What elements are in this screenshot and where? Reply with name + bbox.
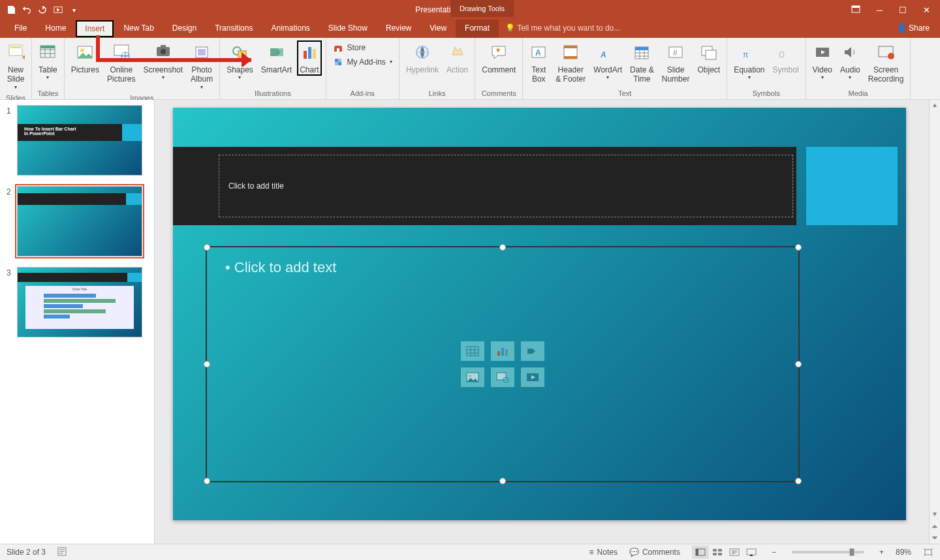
tell-me-field[interactable]: 💡 Tell me what you want to do... [499, 20, 886, 38]
audio-button[interactable]: Audio▾ [838, 40, 863, 82]
new-slide-button[interactable]: ✶New Slide▾ [4, 40, 27, 91]
store-button[interactable]: Store [330, 40, 395, 55]
zoom-level[interactable]: 89% [896, 548, 911, 557]
symbol-button[interactable]: ΩSymbol [770, 40, 802, 76]
ribbon-display-icon[interactable] [851, 5, 860, 15]
zoom-in-button[interactable]: + [879, 548, 884, 557]
svg-rect-56 [713, 553, 717, 555]
thumb-preview-1[interactable]: How To Insert Bar Chart In PowerPoint [17, 105, 142, 176]
slide-number-icon: # [666, 42, 685, 63]
scroll-up-icon[interactable]: ▲ [930, 100, 940, 108]
tab-slide-show[interactable]: Slide Show [319, 20, 377, 38]
video-button[interactable]: Video▾ [810, 40, 835, 82]
tab-insert[interactable]: Insert [76, 20, 114, 37]
online-pictures-button[interactable]: Online Pictures [104, 40, 138, 86]
resize-handle-b[interactable] [499, 478, 506, 484]
ph-chart-icon[interactable] [491, 341, 514, 361]
resize-handle-br[interactable] [795, 478, 802, 484]
tab-design[interactable]: Design [163, 20, 206, 38]
share-button[interactable]: 👤 Share [886, 20, 940, 38]
group-symbols: πEquation▾ ΩSymbol Symbols [727, 38, 806, 99]
ph-online-pictures-icon[interactable] [491, 367, 514, 387]
screenshot-button[interactable]: Screenshot▾ [140, 40, 185, 82]
ph-video-icon[interactable] [521, 367, 544, 387]
content-placeholder[interactable]: • Click to add text [206, 246, 800, 482]
date-time-button[interactable]: Date & Time [627, 40, 657, 86]
slide-number-button[interactable]: #Slide Number [659, 40, 693, 86]
prev-slide-icon[interactable]: ⏶ [930, 521, 940, 531]
slide-panel[interactable]: 1 How To Insert Bar Chart In PowerPoint … [0, 100, 155, 544]
fit-to-window-button[interactable] [923, 548, 933, 557]
thumb-preview-3[interactable]: Chart Title [17, 267, 142, 337]
resize-handle-tl[interactable] [204, 244, 210, 251]
scroll-down-icon[interactable]: ▼ [930, 510, 940, 518]
tab-file[interactable]: File [5, 20, 36, 38]
resize-handle-r[interactable] [795, 361, 802, 367]
equation-button[interactable]: πEquation▾ [731, 40, 767, 82]
shapes-button[interactable]: Shapes▾ [224, 40, 256, 82]
slide-canvas-area[interactable]: Click to add title ⟳ • Click to add text [155, 100, 940, 544]
vertical-scrollbar[interactable]: ▲ ▼ ⏶ ⏷ [929, 100, 940, 544]
slide-position[interactable]: Slide 2 of 3 [7, 548, 46, 557]
thumbnail-3[interactable]: 3 Chart Title [7, 267, 148, 337]
action-button[interactable]: Action [444, 40, 471, 76]
smartart-button[interactable]: SmartArt [258, 40, 294, 76]
comments-button[interactable]: 💬 Comments [629, 548, 680, 557]
video-icon [813, 42, 832, 63]
slideshow-view-button[interactable] [743, 546, 760, 559]
svg-rect-14 [161, 45, 166, 48]
ph-pictures-icon[interactable] [461, 367, 484, 387]
resize-handle-bl[interactable] [204, 478, 210, 484]
ph-table-icon[interactable] [461, 341, 484, 361]
wordart-button[interactable]: AWordArt▾ [591, 40, 625, 82]
slide-sorter-view-button[interactable] [709, 546, 726, 559]
tab-transitions[interactable]: Transitions [206, 20, 262, 38]
comment-button[interactable]: ✶Comment [479, 40, 518, 76]
resize-handle-l[interactable] [204, 361, 210, 367]
notes-button[interactable]: ≡ Notes [589, 548, 618, 557]
thumb-preview-2[interactable] [17, 186, 142, 257]
tab-home[interactable]: Home [36, 20, 75, 38]
placeholder-content-icons [461, 341, 544, 387]
undo-icon[interactable] [22, 5, 31, 14]
maximize-icon[interactable]: ☐ [899, 5, 907, 15]
thumbnail-1[interactable]: 1 How To Insert Bar Chart In PowerPoint [7, 105, 148, 176]
tab-format[interactable]: Format [456, 20, 499, 38]
table-button[interactable]: Table▾ [36, 40, 60, 82]
header-footer-button[interactable]: Header & Footer [553, 40, 588, 86]
text-box-button[interactable]: AText Box [527, 40, 550, 86]
save-icon[interactable] [7, 5, 16, 14]
slide[interactable]: Click to add title ⟳ • Click to add text [173, 108, 906, 520]
tab-review[interactable]: Review [377, 20, 420, 38]
redo-icon[interactable] [38, 5, 47, 14]
resize-handle-t[interactable] [499, 244, 506, 251]
tab-animations[interactable]: Animations [262, 20, 319, 38]
minimize-icon[interactable]: ─ [877, 5, 883, 15]
my-addins-button[interactable]: My Add-ins ▾ [330, 55, 395, 69]
zoom-slider-thumb[interactable] [849, 548, 854, 556]
tab-new-tab[interactable]: New Tab [114, 20, 163, 38]
text-box-icon: A [529, 42, 548, 63]
reading-view-button[interactable] [726, 546, 743, 559]
close-icon[interactable]: ✕ [923, 5, 930, 15]
start-from-beginning-icon[interactable] [54, 5, 63, 14]
object-button[interactable]: Object [695, 40, 723, 76]
spell-check-icon[interactable] [57, 547, 68, 558]
thumbnail-2[interactable]: 2 [7, 186, 148, 257]
photo-album-button[interactable]: Photo Album▾ [188, 40, 215, 91]
chart-button[interactable]: Chart [297, 40, 321, 76]
hyperlink-button[interactable]: Hyperlink [403, 40, 441, 76]
screen-recording-button[interactable]: Screen Recording [866, 40, 907, 86]
tab-view[interactable]: View [420, 20, 456, 38]
zoom-slider[interactable] [792, 551, 864, 553]
zoom-out-button[interactable]: − [772, 548, 776, 557]
svg-rect-53 [696, 549, 698, 555]
pictures-button[interactable]: Pictures [69, 40, 102, 76]
normal-view-button[interactable] [692, 546, 709, 559]
ph-smartart-icon[interactable] [521, 341, 544, 361]
next-slide-icon[interactable]: ⏷ [930, 533, 940, 542]
context-tab-label: Drawing Tools [450, 0, 514, 17]
title-placeholder[interactable]: Click to add title [219, 155, 793, 217]
resize-handle-tr[interactable] [795, 244, 802, 251]
qat-customize-icon[interactable]: ▾ [69, 5, 78, 14]
